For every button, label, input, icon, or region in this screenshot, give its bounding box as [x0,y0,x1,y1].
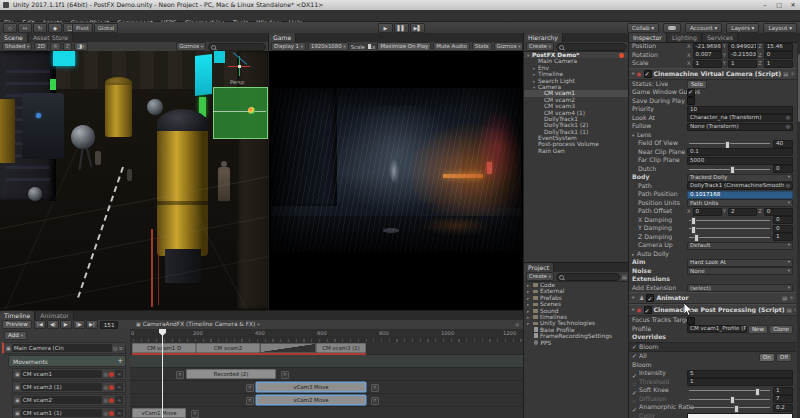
text-field[interactable]: 5000 [687,157,793,165]
profile-field[interactable]: CM vcam1_Profile (Po [687,325,747,333]
value-field[interactable]: 1 [687,378,793,386]
game-gizmos-dropdown[interactable]: Gizmos ▾ [494,42,524,51]
maximize-button[interactable]: □ [772,0,786,10]
object-field[interactable]: None (Transform)◎ [687,123,793,131]
next-frame-button[interactable]: |▶ [73,320,85,329]
preview-toggle[interactable]: Preview [2,320,32,329]
override-checkbox[interactable]: ✓ [632,343,639,352]
text-field[interactable]: 10 [687,106,793,114]
record-button[interactable] [109,398,114,403]
scene-search-input[interactable] [208,43,266,51]
dolly-track-path[interactable] [77,167,124,298]
clip-ease-handle[interactable]: ≡ [246,397,254,405]
vector-field[interactable]: 0 [764,208,793,216]
2d-toggle[interactable]: 2D [34,42,48,51]
gear-icon[interactable]: ☼ [793,307,796,313]
project-item-pps[interactable]: PPS [524,340,629,346]
scale-tool-icon[interactable]: ◆ [48,23,62,33]
component-header-animator[interactable]: ▾♟Animator▤ ☼ [629,292,796,304]
persp-label[interactable]: Persp [230,79,244,85]
display-dropdown[interactable]: Display 1 ▾ [271,42,306,51]
tab-game[interactable]: Game [269,33,296,42]
slider-track[interactable] [689,390,770,391]
scene-gizmos-dropdown[interactable]: Gizmos ▾ [176,42,206,51]
rotate-tool-icon[interactable]: ↻ [33,23,47,33]
scale-slider-handle[interactable] [368,44,371,49]
vector-field[interactable]: -21.96986 [693,43,722,51]
go-to-start-button[interactable]: |◀ [34,320,46,329]
vector-field[interactable]: 1 [764,60,793,68]
timeline-clip-vcam3-move[interactable]: vCam3 Move [256,382,366,392]
curves-icon[interactable]: ≈ [115,370,123,378]
vector-field[interactable]: 0.9490217 [728,43,757,51]
project-search-input[interactable] [556,273,620,281]
layers-button[interactable]: Layers ▾ [726,23,759,33]
timeline-track-main-camera-cin[interactable]: ▣Main Camera (Cin◎≡ [2,342,126,354]
object-field[interactable]: DollyTrack1 (CinemachineSmooth◎ [687,182,793,190]
clip-ease-handle[interactable]: ≡ [281,371,289,379]
step-button[interactable]: ▶▌ [410,23,425,33]
dropdown[interactable]: Path Units▾ [687,199,793,207]
scene-audio-toggle-icon[interactable]: ♪ [63,42,72,51]
vector-field[interactable]: 0.007 [693,51,722,59]
project-create-button[interactable]: Create ▾ [526,272,554,281]
hierarchy-create-button[interactable]: Create ▾ [526,42,554,51]
gear-icon[interactable]: ☼ [790,71,795,77]
timeline-clip-cm-vcam2[interactable]: CM vcam2 [196,343,260,353]
checkbox[interactable] [687,89,695,97]
object-picker-icon[interactable]: ◎ [103,397,108,403]
layout-button[interactable]: Layout ▾ [763,23,797,33]
dropdown[interactable]: Default▾ [687,242,793,250]
vector-field[interactable]: 1 [693,60,722,68]
curves-icon[interactable]: ≈ [115,383,123,391]
tab-scene[interactable]: Scene [0,33,28,42]
collab-button[interactable]: Collab ▾ [627,23,659,33]
scene-viewport[interactable]: Persp [0,51,268,310]
tab-animator[interactable]: Animator [36,311,73,320]
vector-field[interactable]: 15.46 [764,43,793,51]
slider-track[interactable] [689,143,770,144]
tab-inspector[interactable]: Inspector [629,33,667,42]
override-checkbox[interactable]: ▫ [632,414,639,418]
vector-field[interactable]: 1 [728,60,757,68]
object-picker-icon[interactable]: ◎ [786,183,790,189]
game-viewport[interactable] [269,51,524,310]
object-picker-icon[interactable]: ◎ [113,345,118,351]
tab-asset-store[interactable]: Asset Store [29,33,73,42]
search-by-type-icon[interactable]: ▤ [622,274,627,280]
slider-value-field[interactable]: 0 [773,225,793,233]
dropdown[interactable]: None▾ [687,267,793,275]
track-name-field[interactable]: CM vcam1 (1) [21,409,103,417]
text-field[interactable]: 0.1017168 [687,191,793,199]
color-swatch[interactable] [687,413,793,418]
pivot-toggle[interactable]: Pivot [72,23,93,33]
slider-value-field[interactable]: 7 [773,395,793,403]
clip-ease-handle[interactable]: ≡ [371,397,379,405]
tab-services[interactable]: Services [703,33,738,42]
slider-track[interactable] [689,407,770,408]
slider-track[interactable] [689,237,770,238]
record-button[interactable] [109,411,114,416]
object-picker-icon[interactable]: ◎ [103,384,108,390]
vector-field[interactable]: 2 [728,208,757,216]
track-name-field[interactable]: CM vcam1 [21,370,103,378]
timeline-settings-gear-icon[interactable]: ☼ [515,321,520,328]
clip-ease-handle[interactable]: ≡ [246,384,254,392]
object-picker-icon[interactable]: ◎ [786,124,790,130]
timeline-track-cm-vcam3-1[interactable]: ▣CM vcam3 (1)◎≈ [12,381,126,393]
timeline-clip-cm-vcam1-d[interactable]: CM vcam1 D [132,343,196,353]
slider-value-field[interactable]: 1 [773,233,793,241]
timeline-clip-cm-vcam3-1[interactable]: CM vcam3 (1) [316,343,366,353]
record-button[interactable] [109,385,114,390]
play-button[interactable]: ▶ [60,320,72,329]
all-checkbox[interactable]: ✓ [632,352,639,361]
object-picker-icon[interactable]: ◎ [786,115,790,121]
slider-value-field[interactable]: 40 [773,140,793,148]
scene-lighting-toggle-icon[interactable]: ☼ [50,42,61,51]
move-tool-icon[interactable]: ↔ [18,23,32,33]
view-gizmo-center[interactable] [238,65,241,68]
clip-ease-handle[interactable]: ≡ [176,371,184,379]
tab-hierarchy[interactable]: Hierarchy [524,33,563,42]
track-menu-icon[interactable]: ≡ [119,345,123,351]
shaded-dropdown[interactable]: Shaded ▾ [2,42,32,51]
